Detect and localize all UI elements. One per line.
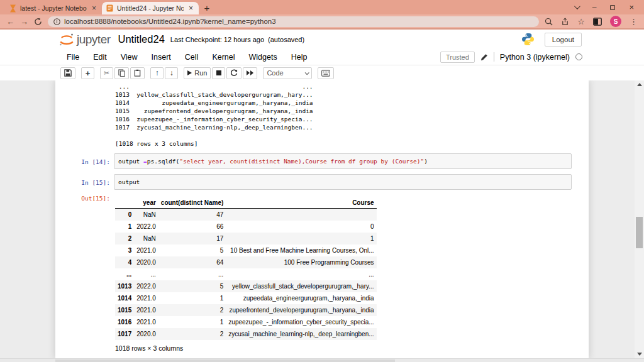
kernel-name: Python 3 (ipykernel) bbox=[500, 53, 570, 62]
share-icon[interactable] bbox=[561, 18, 569, 26]
cell-value: ... bbox=[158, 268, 226, 280]
restart-run-all-button[interactable] bbox=[243, 67, 257, 79]
input-prompt: In [14]: bbox=[55, 153, 110, 166]
browser-tab-untitled24[interactable]: Untitled24 - Jupyter Notebook × bbox=[102, 2, 199, 14]
chevron-down-icon[interactable] bbox=[574, 3, 580, 9]
cell-value: ... bbox=[226, 268, 376, 280]
browser-tab-latest[interactable]: latest - Jupyter Notebook × bbox=[5, 2, 102, 14]
output-area: Out[15]: yearcount(distinct Name)Course … bbox=[55, 194, 589, 340]
table-row: 2NaN171 bbox=[115, 233, 377, 244]
output-prompt: Out[15]: bbox=[55, 194, 110, 202]
index-header bbox=[115, 198, 134, 209]
table-row: 10132022.05yellow_classfull_stack_develo… bbox=[115, 280, 377, 292]
cell-value: 100 Free Programming Courses bbox=[226, 256, 376, 268]
move-cell-down-button[interactable]: ↓ bbox=[165, 67, 178, 79]
cell-value: 2 bbox=[158, 304, 226, 316]
url-text: localhost:8888/notebooks/Untitled24.ipyn… bbox=[64, 18, 276, 25]
jupyter-logo[interactable]: jupyter bbox=[58, 32, 111, 47]
cell-value: NaN bbox=[134, 233, 158, 244]
menu-help[interactable]: Help bbox=[284, 53, 314, 62]
trusted-badge[interactable]: Trusted bbox=[440, 52, 475, 63]
pencil-icon[interactable] bbox=[480, 53, 488, 61]
code-input[interactable]: output bbox=[114, 174, 572, 190]
run-button[interactable]: Run bbox=[184, 67, 211, 79]
back-icon[interactable]: ← bbox=[6, 17, 14, 26]
bookmark-star-icon[interactable]: ☆ bbox=[577, 17, 585, 26]
column-header: count(distinct Name) bbox=[158, 198, 226, 209]
row-index: 1016 bbox=[115, 316, 134, 328]
forward-icon[interactable]: → bbox=[20, 17, 28, 26]
notebook-toolbar: + ✂ ↑ ↓ Run Code bbox=[0, 65, 644, 80]
menu-edit[interactable]: Edit bbox=[86, 53, 114, 62]
scrollbar-thumb[interactable] bbox=[636, 217, 643, 248]
zoom-icon[interactable] bbox=[545, 18, 553, 26]
cell-value: 10 Best and Free Machine Learning Course… bbox=[226, 244, 376, 256]
code-input[interactable]: output =ps.sqldf("select year, count(dis… bbox=[114, 153, 572, 169]
row-index: 1013 bbox=[115, 280, 134, 292]
cell-value: zycusai_machine_learning-nlp,_deep_learn… bbox=[226, 328, 376, 340]
window-minimize-button[interactable]: – bbox=[592, 3, 597, 12]
cell-value: 2022.0 bbox=[134, 221, 158, 233]
cell-value bbox=[226, 209, 376, 221]
dataframe-table: yearcount(distinct Name)Course 0NaN47120… bbox=[115, 198, 377, 340]
paste-cells-button[interactable] bbox=[130, 67, 145, 79]
dataframe-header-row: yearcount(distinct Name)Course bbox=[115, 198, 377, 209]
menu-insert[interactable]: Insert bbox=[145, 53, 178, 62]
browser-tabstrip: latest - Jupyter Notebook × Untitled24 -… bbox=[0, 0, 644, 14]
add-cell-button[interactable]: + bbox=[81, 67, 94, 79]
tab-title: latest - Jupyter Notebook bbox=[20, 4, 87, 12]
cell-value: 64 bbox=[158, 256, 226, 268]
cell-value: zupeefrontend_developergurugram,_haryana… bbox=[226, 304, 376, 316]
kernel-status-icon bbox=[575, 53, 582, 60]
fast-forward-icon bbox=[247, 70, 253, 75]
browser-menu-icon[interactable]: ⋮ bbox=[630, 17, 638, 26]
table-row: ............ bbox=[115, 268, 377, 280]
code-cell-15[interactable]: In [15]: output bbox=[55, 174, 589, 190]
notebook-title[interactable]: Untitled24 bbox=[118, 33, 165, 45]
move-cell-up-button[interactable]: ↑ bbox=[150, 67, 164, 79]
menu-cell[interactable]: Cell bbox=[178, 53, 206, 62]
scroll-up-icon[interactable] bbox=[637, 83, 642, 86]
cell-value: 1 bbox=[158, 316, 226, 328]
checkpoint-status: Last Checkpoint: 12 hours ago bbox=[170, 36, 264, 43]
reload-icon[interactable] bbox=[34, 18, 42, 26]
copy-cells-button[interactable] bbox=[114, 67, 129, 79]
close-tab-icon[interactable]: × bbox=[91, 4, 97, 13]
cut-cells-button[interactable]: ✂ bbox=[100, 67, 113, 79]
cell-value: 2 bbox=[158, 328, 226, 340]
window-maximize-button[interactable] bbox=[610, 5, 615, 10]
column-header: Course bbox=[226, 198, 376, 209]
scroll-down-icon[interactable] bbox=[637, 353, 642, 356]
browser-profile-avatar[interactable]: S bbox=[610, 16, 621, 27]
side-panel-icon[interactable] bbox=[593, 18, 602, 26]
cell-type-select[interactable]: Code bbox=[263, 67, 312, 79]
cell-value: 5 bbox=[158, 280, 226, 292]
notebook-container: ... ... 1013 yellow_classfull_stack_deve… bbox=[55, 80, 589, 358]
site-info-icon[interactable] bbox=[53, 18, 60, 25]
cell-value: 1 bbox=[226, 233, 376, 244]
restart-kernel-button[interactable] bbox=[226, 67, 242, 79]
menu-widgets[interactable]: Widgets bbox=[242, 53, 284, 62]
logout-button[interactable]: Logout bbox=[545, 33, 582, 47]
window-close-button[interactable]: × bbox=[629, 3, 634, 12]
new-tab-button[interactable]: + bbox=[199, 2, 215, 14]
menu-view[interactable]: View bbox=[114, 53, 145, 62]
interrupt-kernel-button[interactable] bbox=[212, 67, 225, 79]
url-bar[interactable]: localhost:8888/notebooks/Untitled24.ipyn… bbox=[48, 16, 539, 27]
close-tab-icon[interactable]: × bbox=[187, 4, 194, 13]
horizontal-scrollbar[interactable] bbox=[0, 358, 644, 362]
menubar-divider bbox=[494, 52, 494, 62]
cell-value: zupeedata_engineergurugram,_haryana,_ind… bbox=[226, 292, 376, 304]
scrollbar-thumb[interactable] bbox=[55, 359, 395, 362]
command-palette-button[interactable] bbox=[318, 67, 334, 79]
table-row: 10142021.01zupeedata_engineergurugram,_h… bbox=[115, 292, 377, 304]
code-cell-14[interactable]: In [14]: output =ps.sqldf("select year, … bbox=[55, 153, 589, 169]
save-button[interactable] bbox=[60, 67, 75, 79]
cell-value: ... bbox=[134, 268, 158, 280]
row-index: 1014 bbox=[115, 292, 134, 304]
cell-value: NaN bbox=[134, 209, 158, 221]
vertical-scrollbar[interactable] bbox=[635, 80, 644, 358]
menu-kernel[interactable]: Kernel bbox=[205, 53, 242, 62]
menu-file[interactable]: File bbox=[60, 53, 86, 62]
column-header: year bbox=[134, 198, 158, 209]
